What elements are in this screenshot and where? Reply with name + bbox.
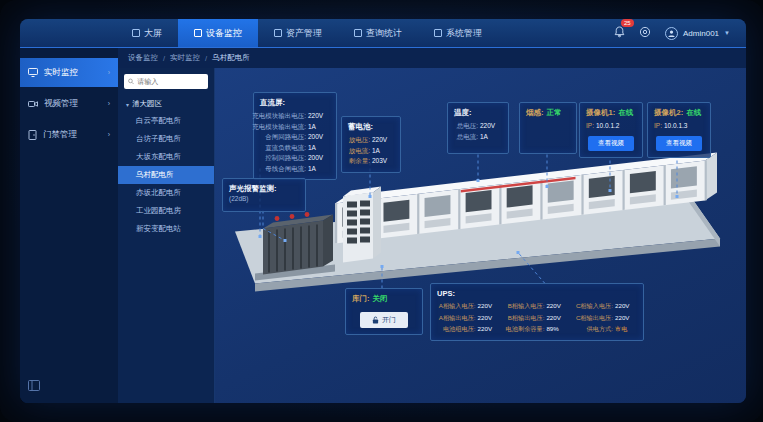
ip-value: 10.0.1.2 <box>596 121 620 132</box>
panel-title: 直流屏: <box>260 98 330 108</box>
sidebar-item-video-management[interactable]: 视频管理 › <box>20 89 118 118</box>
camera2-panel: 摄像机2: 在线 IP:10.0.1.3 查看视频 <box>647 102 711 158</box>
tree-item-station[interactable]: 新安变配电站 <box>118 220 214 238</box>
tree-root-node[interactable]: ▾ 浦大园区 <box>118 96 214 112</box>
metric-value: 89% <box>546 324 568 335</box>
open-door-button[interactable]: 开门 <box>360 312 408 328</box>
metric-label: A相输入电压: <box>439 301 476 312</box>
sound-light-alarm-panel: 声光报警监测: (22dB) <box>222 178 306 212</box>
distribution-room-3d-canvas[interactable]: 直流屏: 充电模块输出电压:220V 充电模块输出电流:1A 合闸回路电压:20… <box>215 68 746 403</box>
metric-label: 总电流: <box>457 132 478 143</box>
tree-item-station[interactable]: 台坊子配电所 <box>118 130 214 148</box>
metric-value: 1A <box>308 143 330 154</box>
metric-label: 直流负载电流: <box>265 143 306 154</box>
metric-value: 1A <box>308 122 330 133</box>
settings-icon[interactable] <box>639 24 651 42</box>
metric-label: B相输出电压: <box>508 313 545 324</box>
metric-label: 放电压: <box>349 135 370 146</box>
power-supply-mode-value: 市电 <box>615 324 637 335</box>
metric-label: 母线合闸电流: <box>265 164 306 175</box>
panel-title: UPS: <box>437 289 637 298</box>
tree-item-station-active[interactable]: 乌村配电所 <box>118 166 214 184</box>
temperature-panel: 温度: 总电压:220V 总电流:1A <box>447 102 509 154</box>
tree-item-station[interactable]: 赤坂北配电所 <box>118 184 214 202</box>
sidebar-item-access-control[interactable]: 门禁管理 › <box>20 120 118 149</box>
station-tree-panel: ▾ 浦大园区 白云亭配电所 台坊子配电所 大坂东配电所 乌村配电所 赤坂北配电所… <box>118 68 215 403</box>
notification-bell-icon[interactable]: 25 <box>614 24 625 42</box>
breadcrumb-separator: / <box>205 54 207 63</box>
tree-item-station[interactable]: 工业园配电房 <box>118 202 214 220</box>
breadcrumb-separator: / <box>163 54 165 63</box>
nav-label: 设备监控 <box>206 27 242 40</box>
metric-value: 220V <box>478 301 500 312</box>
nav-item-dashboard[interactable]: 大屏 <box>116 19 178 47</box>
metric-label: 剩余量: <box>349 156 370 167</box>
sound-level-value: (22dB) <box>229 195 299 202</box>
chevron-right-icon: › <box>108 131 110 138</box>
metric-label: C相输出电压: <box>576 313 613 324</box>
nav-label: 资产管理 <box>286 27 322 40</box>
nav-item-system-management[interactable]: 系统管理 <box>418 19 498 47</box>
screen-frame: 大屏 设备监控 资产管理 查询统计 系统管理 25 <box>0 0 763 422</box>
nav-label: 系统管理 <box>446 27 482 40</box>
panel-title: 温度: <box>454 108 502 118</box>
metric-label: 控制回路电压: <box>265 153 306 164</box>
metric-label: C相输入电压: <box>576 301 613 312</box>
breadcrumb-part[interactable]: 实时监控 <box>170 53 200 63</box>
tree-search-input[interactable] <box>137 78 204 85</box>
metric-value: 220V <box>308 111 330 122</box>
ups-panel: UPS: A相输入电压:220V B相输入电压:220V C相输入电压:220V… <box>430 283 644 341</box>
sidebar-item-label: 视频管理 <box>44 98 78 110</box>
camera2-status: 在线 <box>686 108 701 118</box>
ip-label: IP: <box>654 121 662 132</box>
unlock-icon <box>372 316 379 324</box>
collapse-sidebar-icon[interactable] <box>28 377 40 394</box>
tree-search-box <box>124 74 208 89</box>
left-sidebar: 实时监控 › 视频管理 › 门禁管理 › <box>20 48 118 403</box>
smoke-sensor-panel: 烟感: 正常 <box>519 102 577 154</box>
nav-item-asset-management[interactable]: 资产管理 <box>258 19 338 47</box>
dashboard-icon <box>132 29 140 37</box>
user-menu[interactable]: Admin001 ▼ <box>665 27 730 40</box>
chevron-down-icon: ▼ <box>724 30 730 36</box>
tree-item-station[interactable]: 白云亭配电所 <box>118 112 214 130</box>
monitor-icon <box>28 68 38 77</box>
view-video-button[interactable]: 查看视频 <box>656 136 702 151</box>
tree-collapse-icon: ▾ <box>126 101 129 108</box>
breadcrumb-part[interactable]: 设备监控 <box>128 53 158 63</box>
metric-value: 220V <box>546 301 568 312</box>
device-monitor-icon <box>194 29 202 37</box>
smoke-status: 正常 <box>547 108 562 118</box>
metric-label: 充电模块输出电压: <box>252 111 306 122</box>
notification-count-badge: 25 <box>621 19 634 27</box>
panel-title: 声光报警监测: <box>229 184 299 194</box>
sidebar-item-realtime-monitoring[interactable]: 实时监控 › <box>20 58 118 87</box>
chevron-right-icon: › <box>108 100 110 107</box>
metric-value: 203V <box>372 156 394 167</box>
metric-label: 电池组电压: <box>443 324 476 335</box>
metric-value: 200V <box>308 132 330 143</box>
panel-title: 烟感: <box>526 108 544 118</box>
door-panel: 库门: 关闭 开门 <box>345 288 423 335</box>
metric-value: 200V <box>308 153 330 164</box>
metric-label: 电池剩余容量: <box>506 324 545 335</box>
nav-item-query-statistics[interactable]: 查询统计 <box>338 19 418 47</box>
system-icon <box>434 29 442 37</box>
metric-label: A相输出电压: <box>439 313 476 324</box>
ip-label: IP: <box>586 121 594 132</box>
dc-screen-panel: 直流屏: 充电模块输出电压:220V 充电模块输出电流:1A 合闸回路电压:20… <box>253 92 337 180</box>
metric-value: 220V <box>615 313 637 324</box>
metric-value: 220V <box>546 313 568 324</box>
nav-item-device-monitoring[interactable]: 设备监控 <box>178 19 258 47</box>
battery-panel: 蓄电池: 放电压:220V 放电流:1A 剩余量:203V <box>341 116 401 173</box>
view-video-button[interactable]: 查看视频 <box>588 136 634 151</box>
metric-label: 总电压: <box>457 121 478 132</box>
tree-item-station[interactable]: 大坂东配电所 <box>118 148 214 166</box>
ip-value: 10.0.1.3 <box>664 121 688 132</box>
metric-value: 220V <box>478 324 500 335</box>
user-avatar <box>665 27 678 40</box>
panel-title: 蓄电池: <box>348 122 394 132</box>
metric-label: 供电方式: <box>587 324 613 335</box>
tree-root-label: 浦大园区 <box>132 99 162 109</box>
asset-icon <box>274 29 282 37</box>
